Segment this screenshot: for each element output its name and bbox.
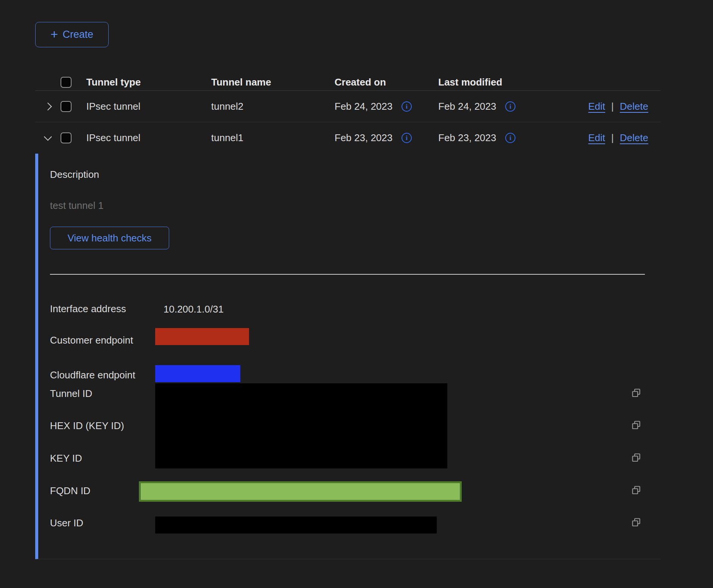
chevron-right-icon[interactable]: [44, 102, 52, 110]
table-header-row: Tunnel type Tunnel name Created on Last …: [35, 74, 661, 91]
cloudflare-endpoint-label: Cloudflare endpoint: [50, 370, 135, 381]
cloudflare-endpoint-redacted-value: [155, 365, 240, 382]
user-id-label: User ID: [50, 518, 83, 529]
create-button[interactable]: + Create: [35, 22, 109, 47]
edit-link[interactable]: Edit: [588, 101, 605, 112]
user-id-redacted-value: [155, 516, 437, 534]
delete-link[interactable]: Delete: [620, 101, 648, 112]
ids-redacted-value: [155, 383, 447, 468]
create-button-label: Create: [62, 29, 93, 40]
fqdn-id-redacted-value: [139, 481, 462, 502]
tunnel-details-panel: Description test tunnel 1 View health ch…: [35, 154, 661, 559]
cell-tunnel-name: tunnel1: [211, 132, 335, 144]
description-value: test tunnel 1: [50, 200, 104, 211]
delete-link[interactable]: Delete: [620, 132, 648, 144]
section-divider: [50, 274, 645, 275]
copy-icon[interactable]: [631, 485, 641, 496]
interface-address-value: 10.200.1.0/31: [163, 303, 224, 315]
header-created-on: Created on: [335, 76, 438, 88]
header-checkbox-cell: [61, 77, 86, 88]
plus-icon: +: [51, 28, 58, 40]
cell-tunnel-type: IPsec tunnel: [86, 132, 211, 144]
header-tunnel-name: Tunnel name: [211, 76, 335, 88]
edit-link[interactable]: Edit: [588, 132, 605, 144]
cell-created-on: Feb 24, 2023: [335, 101, 392, 112]
fqdn-id-label: FQDN ID: [50, 485, 90, 496]
info-icon[interactable]: [402, 101, 412, 112]
hex-id-label: HEX ID (KEY ID): [50, 420, 124, 431]
header-tunnel-type: Tunnel type: [86, 76, 211, 88]
view-health-checks-button[interactable]: View health checks: [50, 227, 169, 249]
cell-last-modified: Feb 23, 2023: [438, 132, 496, 144]
info-icon[interactable]: [402, 133, 412, 143]
header-last-modified: Last modified: [438, 76, 552, 88]
actions-separator: |: [611, 132, 614, 144]
customer-endpoint-label: Customer endpoint: [50, 335, 133, 346]
actions-separator: |: [611, 101, 614, 112]
cell-tunnel-type: IPsec tunnel: [86, 101, 211, 112]
copy-icon[interactable]: [631, 420, 641, 431]
cell-tunnel-name: tunnel2: [211, 101, 335, 112]
cell-last-modified: Feb 24, 2023: [438, 101, 496, 112]
info-icon[interactable]: [505, 101, 515, 112]
info-icon[interactable]: [505, 133, 515, 143]
row-checkbox[interactable]: [61, 101, 72, 112]
table-row: IPsec tunnel tunnel1 Feb 23, 2023 Feb 23…: [35, 122, 661, 154]
tunnels-page: + Create Tunnel type Tunnel name Created…: [0, 0, 713, 588]
tunnels-table: Tunnel type Tunnel name Created on Last …: [35, 74, 661, 559]
chevron-down-icon[interactable]: [44, 133, 52, 141]
copy-icon[interactable]: [631, 388, 641, 398]
key-id-label: KEY ID: [50, 453, 82, 464]
tunnel-id-label: Tunnel ID: [50, 388, 92, 399]
row-checkbox[interactable]: [61, 132, 72, 143]
customer-endpoint-redacted-value: [155, 328, 249, 345]
copy-icon[interactable]: [631, 453, 641, 463]
table-row: IPsec tunnel tunnel2 Feb 24, 2023 Feb 24…: [35, 91, 661, 122]
copy-icon[interactable]: [631, 517, 641, 528]
cell-created-on: Feb 23, 2023: [335, 132, 392, 144]
description-label: Description: [50, 169, 99, 180]
select-all-checkbox[interactable]: [61, 77, 72, 88]
interface-address-label: Interface address: [50, 303, 126, 314]
